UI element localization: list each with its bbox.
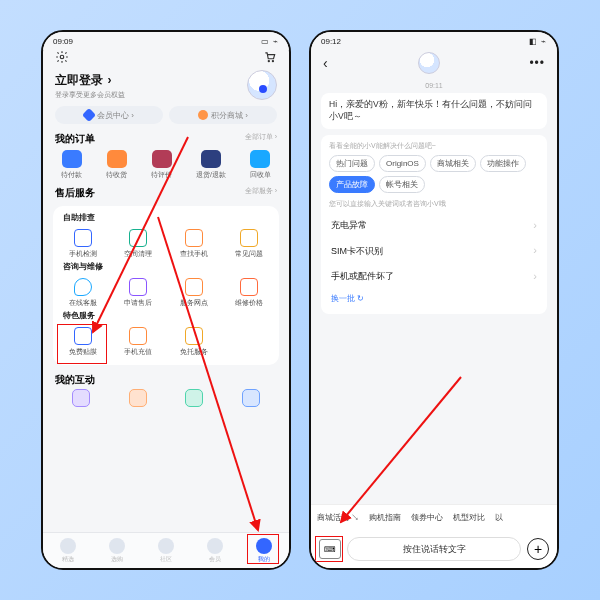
faq-sim[interactable]: SIM卡不识别: [329, 238, 539, 263]
item-online-cs[interactable]: 在线客服: [55, 276, 111, 310]
interact-4[interactable]: [242, 389, 260, 407]
item-repair-price[interactable]: 维修价格: [222, 276, 278, 310]
login-subtitle: 登录享受更多会员权益: [55, 90, 125, 100]
quick-pills: 会员中心 › 积分商城 ›: [43, 104, 289, 130]
pill-points-mall[interactable]: 积分商城 ›: [169, 106, 277, 124]
interact-1[interactable]: [72, 389, 90, 407]
group-consult-repair: 咨询与维修: [55, 261, 277, 276]
status-icons-right: ◧ ⌁: [529, 37, 547, 46]
orders-header: 我的订单 全部订单 ›: [43, 130, 289, 148]
faq-hint: 您可以直接输入关键词或者咨询小V哦: [329, 199, 539, 209]
avatar[interactable]: [247, 70, 277, 100]
gear-icon[interactable]: [55, 50, 69, 68]
item-space-clean[interactable]: 空间清理: [111, 227, 167, 261]
chevron-right-icon: ›: [107, 73, 111, 87]
after-header: 售后服务 全部服务 ›: [43, 184, 289, 202]
keyboard-icon[interactable]: ⌨: [319, 539, 341, 559]
hold-to-talk[interactable]: 按住说话转文字: [347, 537, 521, 561]
nav-community[interactable]: 社区: [158, 538, 174, 564]
svg-point-0: [60, 55, 64, 59]
item-empty: [222, 325, 278, 359]
sugg-activity[interactable]: 商城活动 ↘: [317, 512, 359, 523]
orders-more[interactable]: 全部订单 ›: [245, 132, 277, 146]
sugg-coupon[interactable]: 领券中心: [411, 512, 443, 523]
item-service-point[interactable]: 服务网点: [166, 276, 222, 310]
login-row[interactable]: 立即登录 › 登录享受更多会员权益: [43, 68, 289, 104]
suggestion-bar[interactable]: 商城活动 ↘ 购机指南 领券中心 机型对比 以: [311, 504, 557, 530]
top-bar: [43, 50, 289, 68]
chip-hot[interactable]: 热门问题: [329, 155, 375, 172]
svg-point-1: [268, 61, 269, 62]
interact-3[interactable]: [185, 389, 203, 407]
sugg-guide[interactable]: 购机指南: [369, 512, 401, 523]
order-refund[interactable]: 退货/退款: [196, 150, 226, 180]
after-more[interactable]: 全部服务 ›: [245, 186, 277, 200]
sugg-compare[interactable]: 机型对比: [453, 512, 485, 523]
after-card: 自助排查 手机检测 空间清理 查找手机 常见问题 咨询与维修 在线客服 申请售后…: [53, 206, 279, 365]
item-free-host[interactable]: 免托服务: [166, 325, 222, 359]
after-title: 售后服务: [55, 186, 95, 200]
help-hint: 看看全能的小V能解决什么问题吧~: [329, 141, 539, 151]
item-apply-after[interactable]: 申请售后: [111, 276, 167, 310]
nav-mine[interactable]: 我的: [256, 538, 272, 564]
phone-left: 09:09 ▭ ⌁ 立即登录 › 登录享受更多会员权益 会员中心 › 积分商城 …: [41, 30, 291, 570]
interact-title: 我的互动: [43, 369, 289, 389]
more-icon[interactable]: •••: [529, 56, 545, 70]
item-recharge[interactable]: 手机充值: [111, 325, 167, 359]
svg-point-2: [272, 61, 273, 62]
login-title: 立即登录: [55, 73, 103, 87]
plus-icon[interactable]: +: [527, 538, 549, 560]
status-time: 09:12: [321, 37, 341, 46]
orders-title: 我的订单: [55, 132, 95, 146]
refresh-button[interactable]: 换一批 ↻: [329, 289, 539, 308]
order-pending-pay[interactable]: 待付款: [61, 150, 82, 180]
chip-function[interactable]: 功能操作: [480, 155, 526, 172]
sugg-more[interactable]: 以: [495, 512, 503, 523]
orders-row: 待付款 待收货 待评价 退货/退款 回收单: [43, 148, 289, 184]
phone-right: 09:12 ◧ ⌁ ‹ ••• 09:11 Hi，亲爱的V粉，新年快乐！有什么问…: [309, 30, 559, 570]
faq-charge[interactable]: 充电异常: [329, 213, 539, 238]
back-icon[interactable]: ‹: [323, 55, 328, 71]
faq-broken[interactable]: 手机或配件坏了: [329, 264, 539, 289]
nav-member[interactable]: 会员: [207, 538, 223, 564]
cart-icon[interactable]: [263, 50, 277, 68]
pill-member-center[interactable]: 会员中心 ›: [55, 106, 163, 124]
group-special: 特色服务: [55, 310, 277, 325]
item-phone-check[interactable]: 手机检测: [55, 227, 111, 261]
order-pending-review[interactable]: 待评价: [151, 150, 172, 180]
item-find-phone[interactable]: 查找手机: [166, 227, 222, 261]
bot-avatar: [418, 52, 440, 74]
status-bar: 09:12 ◧ ⌁: [311, 32, 557, 50]
item-faq[interactable]: 常见问题: [222, 227, 278, 261]
chat-body: 09:11 Hi，亲爱的V粉，新年快乐！有什么问题，不妨问问小V吧～ 看看全能的…: [311, 76, 557, 504]
input-bar: ⌨ 按住说话转文字 +: [311, 530, 557, 568]
group-self-check: 自助排查: [55, 212, 277, 227]
chat-header: ‹ •••: [311, 50, 557, 76]
status-bar: 09:09 ▭ ⌁: [43, 32, 289, 50]
item-free-film[interactable]: 免费贴膜: [55, 325, 111, 359]
bottom-nav: 精选 选购 社区 会员 我的: [43, 532, 289, 568]
chat-timestamp: 09:11: [321, 82, 547, 89]
status-icons-right: ▭ ⌁: [261, 37, 279, 46]
chip-account[interactable]: 帐号相关: [379, 176, 425, 193]
status-time: 09:09: [53, 37, 73, 46]
chip-mall[interactable]: 商城相关: [430, 155, 476, 172]
chip-row: 热门问题 OriginOS 商城相关 功能操作 产品故障 帐号相关: [329, 155, 539, 193]
help-bubble: 看看全能的小V能解决什么问题吧~ 热门问题 OriginOS 商城相关 功能操作…: [321, 135, 547, 314]
greeting-bubble: Hi，亲爱的V粉，新年快乐！有什么问题，不妨问问小V吧～: [321, 93, 547, 129]
order-pending-receive[interactable]: 待收货: [106, 150, 127, 180]
order-recycle[interactable]: 回收单: [250, 150, 271, 180]
nav-shop[interactable]: 选购: [109, 538, 125, 564]
chip-originos[interactable]: OriginOS: [379, 155, 426, 172]
chip-fault[interactable]: 产品故障: [329, 176, 375, 193]
nav-featured[interactable]: 精选: [60, 538, 76, 564]
interact-2[interactable]: [129, 389, 147, 407]
interact-row: [43, 389, 289, 411]
